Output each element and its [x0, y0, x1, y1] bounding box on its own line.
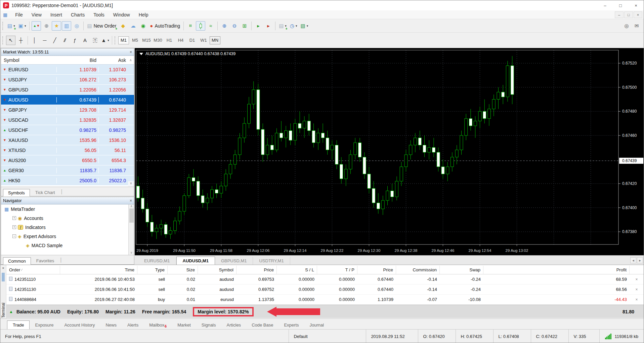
zoom-out-button[interactable]: ⊖: [230, 21, 239, 31]
chart-tab-audusd-m1[interactable]: AUDUSD,M1: [176, 257, 215, 265]
orders-column-type[interactable]: Type: [137, 266, 168, 274]
tree-expander-icon[interactable]: +: [12, 225, 16, 229]
chart-tab-eurusd-m1[interactable]: EURUSD,M1: [138, 257, 176, 265]
market-watch-row-usdjpy[interactable]: ▼USDJPY106.272106.273: [1, 75, 134, 85]
chart-bars-button[interactable]: ≡: [186, 21, 195, 31]
autotrading-button[interactable]: ●AutoTrading: [148, 21, 181, 31]
column-symbol[interactable]: Symbol: [1, 58, 56, 63]
orders-column-order[interactable]: Order∕: [6, 266, 60, 274]
navigator-item-metatrader[interactable]: ▦MetaTrader: [1, 204, 134, 214]
scroll-up-icon[interactable]: ∧: [127, 58, 134, 62]
terminal-tab-exposure[interactable]: Exposure: [30, 321, 59, 329]
close-order-icon[interactable]: ×: [630, 277, 644, 282]
scroll-up-icon[interactable]: ∧: [130, 204, 133, 208]
vertical-line-tool[interactable]: │: [30, 36, 39, 45]
minimize-button[interactable]: –: [597, 0, 613, 10]
order-row-142351130[interactable]: 1423511302019.06.06 10:41:50sell0.02audu…: [6, 284, 644, 295]
timeframe-m5[interactable]: M5: [130, 36, 140, 44]
tab-symbols[interactable]: Symbols: [3, 189, 30, 196]
channel-tool[interactable]: ‖: [60, 36, 70, 45]
navigator-button[interactable]: ★: [52, 21, 61, 31]
timeframe-m30[interactable]: M30: [153, 36, 163, 44]
menu-item-insert[interactable]: Insert: [46, 12, 67, 17]
terminal-tab-mailbox[interactable]: Mailbox6: [144, 321, 172, 329]
terminal-tab-experts[interactable]: Experts: [278, 321, 304, 329]
orders-column-swap[interactable]: Swap: [440, 266, 483, 274]
navigator-item-macd-sample[interactable]: ◈MACD Sample: [1, 241, 134, 250]
crosshair-tool[interactable]: ┼: [16, 36, 26, 45]
chart-tab-usdtry-m1[interactable]: USDTRY,M1: [253, 257, 290, 265]
data-window-button[interactable]: ⊕: [42, 21, 51, 31]
chart-tab-gbpusd-m1[interactable]: GBPUSD,M1: [215, 257, 253, 265]
arrows-tool[interactable]: ▲▾: [100, 36, 110, 45]
trendline-tool[interactable]: ╱: [50, 36, 59, 45]
timeframe-mn[interactable]: MN: [210, 36, 220, 44]
tab-scroll-right-icon[interactable]: ▸: [637, 257, 643, 263]
tree-expander-icon[interactable]: −: [12, 234, 16, 238]
periods-button[interactable]: ◷▾: [289, 21, 299, 31]
menu-item-help[interactable]: Help: [134, 12, 153, 17]
timeframe-w1[interactable]: W1: [198, 36, 209, 44]
indicators-button[interactable]: ▤+▾: [277, 21, 288, 31]
orders-column-t-p[interactable]: T / P: [317, 266, 357, 274]
market-watch-row-gbpusd[interactable]: ▼GBPUSD1.220561.22056: [1, 85, 134, 95]
scroll-down-icon[interactable]: ∨: [130, 251, 133, 254]
signals-button[interactable]: ◉: [138, 21, 148, 31]
order-row-142351110[interactable]: 1423511102019.06.06 10:40:53sell0.02audu…: [6, 274, 644, 284]
market-watch-row-usdcad[interactable]: ▼USDCAD1.328351.32837: [1, 115, 134, 125]
new-chart-button[interactable]: ▤+▾: [6, 21, 16, 31]
menu-item-tools[interactable]: Tools: [89, 12, 109, 17]
terminal-tab-code-base[interactable]: Code Base: [246, 321, 278, 329]
terminal-tab-journal[interactable]: Journal: [304, 321, 330, 329]
mdi-minimize-button[interactable]: –: [615, 11, 624, 18]
orders-column-s-l[interactable]: S / L: [277, 266, 317, 274]
toolbar-grip[interactable]: [115, 36, 117, 44]
mdi-close-button[interactable]: ×: [634, 11, 642, 18]
market-watch-row-xauusd[interactable]: ▼XAUUSD1535.961536.10: [1, 135, 134, 145]
tab-favorites[interactable]: Favorites: [32, 257, 59, 264]
market-watch-row-xtiusd[interactable]: ▼XTIUSD56.0556.11: [1, 145, 134, 155]
new-order-button[interactable]: ▤+New Order: [86, 21, 118, 31]
column-ask[interactable]: Ask: [98, 58, 127, 63]
zoom-in-button[interactable]: ⊕: [220, 21, 229, 31]
column-bid[interactable]: Bid: [56, 58, 98, 63]
terminal-tab-articles[interactable]: Articles: [221, 321, 247, 329]
label-tool[interactable]: T: [90, 36, 100, 45]
menu-item-view[interactable]: View: [27, 12, 46, 17]
terminal-tab-signals[interactable]: Signals: [196, 321, 221, 329]
tab-scroll-left-icon[interactable]: ◂: [630, 257, 636, 263]
navigator-scrollbar[interactable]: ∧ ∨: [128, 204, 134, 255]
scroll-thumb[interactable]: [129, 208, 134, 223]
close-button[interactable]: ×: [628, 0, 644, 10]
menu-item-file[interactable]: File: [11, 12, 27, 17]
order-row-144088684[interactable]: 1440886842019.06.27 02:40:08buy0.01eurus…: [6, 295, 644, 305]
tree-expander-icon[interactable]: +: [12, 216, 16, 220]
orders-column-time[interactable]: Time: [60, 266, 137, 274]
toolbar-grip[interactable]: [2, 22, 4, 30]
terminal-tab-trade[interactable]: Trade: [7, 320, 30, 329]
timeframe-m15[interactable]: M15: [141, 36, 152, 44]
timeframe-h4[interactable]: H4: [175, 36, 186, 44]
navigator-item-accounts[interactable]: +◉Accounts: [1, 214, 134, 223]
menu-item-charts[interactable]: Charts: [67, 12, 89, 17]
orders-column-profit[interactable]: Profit: [483, 266, 630, 274]
auto-scroll-button[interactable]: ▸: [254, 21, 263, 31]
orders-column-price[interactable]: Price: [237, 266, 277, 274]
search-button[interactable]: ◎: [622, 21, 631, 31]
feedback-button[interactable]: ✉: [632, 21, 641, 31]
close-order-icon[interactable]: ×: [630, 297, 644, 302]
terminal-button[interactable]: ▥: [62, 21, 71, 31]
tile-windows-button[interactable]: ⊞: [240, 21, 249, 31]
market-watch-row-hk50[interactable]: ▲HK5025005.025022.0: [1, 176, 134, 186]
market-watch-button[interactable]: ▲▼: [32, 21, 41, 31]
navigator-item-expert-advisors[interactable]: −◈Expert Advisors: [1, 232, 134, 241]
maximize-button[interactable]: □: [613, 0, 628, 10]
navigator-item-indicators[interactable]: +ƒIndicators: [1, 223, 134, 232]
close-order-icon[interactable]: ×: [630, 287, 644, 292]
timeframe-d1[interactable]: D1: [187, 36, 198, 44]
terminal-tab-account-history[interactable]: Account History: [59, 321, 100, 329]
orders-column-symbol[interactable]: Symbol: [198, 266, 237, 274]
scroll-thumb[interactable]: [2, 273, 5, 281]
cloud-button[interactable]: ☁: [128, 21, 138, 31]
horizontal-line-tool[interactable]: ─: [40, 36, 49, 45]
